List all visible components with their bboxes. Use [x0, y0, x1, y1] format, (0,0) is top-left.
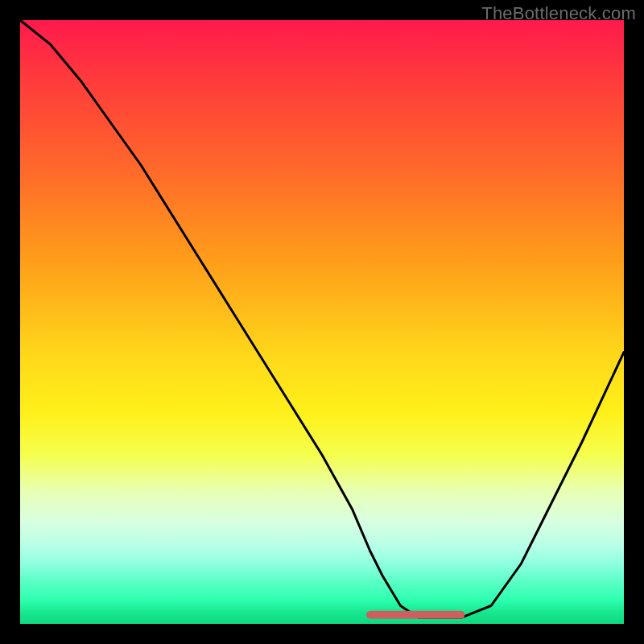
bottleneck-curve — [20, 20, 624, 618]
watermark-text: TheBottleneck.com — [481, 3, 636, 24]
bottleneck-chart — [20, 20, 624, 624]
plot-area — [20, 20, 624, 624]
